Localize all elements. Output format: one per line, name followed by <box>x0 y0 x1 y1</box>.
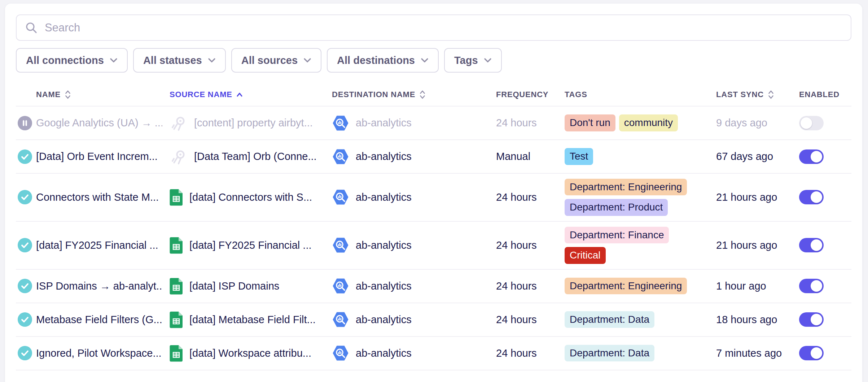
source-name: [Data Team] Orb (Conne... <box>194 151 317 162</box>
frequency-value: 24 hours <box>496 280 537 292</box>
enabled-cell <box>799 312 851 327</box>
source-cell: [data] Workspace attribu... <box>170 345 332 362</box>
frequency-value: 24 hours <box>496 314 537 326</box>
filter-label: All statuses <box>143 55 202 66</box>
column-header-name[interactable]: NAME <box>36 89 170 100</box>
tags-cell: Test <box>565 148 716 165</box>
tag-badge[interactable]: community <box>619 114 678 131</box>
enabled-toggle[interactable] <box>799 238 824 252</box>
column-label: ENABLED <box>799 90 839 99</box>
last-sync-value: 67 days ago <box>716 151 773 162</box>
destination-name: ab-analytics <box>356 280 412 292</box>
name-cell[interactable]: Connectors with State M... <box>36 191 170 203</box>
source-cell: [data] Metabase Field Filt... <box>170 311 332 328</box>
frequency-value: 24 hours <box>496 191 537 203</box>
table-row[interactable]: [data] FY2025 Financial ... [data] FY202… <box>16 222 851 270</box>
tags-cell: Department: Engineering <box>565 278 716 294</box>
connections-panel: All connections All statuses All sources… <box>5 4 862 382</box>
name-cell[interactable]: Metabase Field Filters (G... <box>36 314 170 326</box>
sheets-icon <box>170 278 183 295</box>
enabled-toggle[interactable] <box>799 149 824 164</box>
column-header-last_sync[interactable]: LAST SYNC <box>716 89 799 100</box>
frequency-cell: 24 hours <box>496 191 565 203</box>
column-header-frequency: FREQUENCY <box>496 90 565 99</box>
frequency-cell: 24 hours <box>496 117 565 129</box>
frequency-value: 24 hours <box>496 347 537 359</box>
tag-badge[interactable]: Department: Data <box>565 311 654 328</box>
last-sync-cell: 18 hours ago <box>716 314 799 326</box>
enabled-toggle[interactable] <box>799 190 824 204</box>
tag-badge[interactable]: Test <box>565 148 593 165</box>
column-label: FREQUENCY <box>496 90 548 99</box>
source-name: [data] ISP Domains <box>189 280 279 292</box>
column-header-source[interactable]: SOURCE NAME <box>170 89 332 100</box>
table-row[interactable]: Google Analytics (UA) → ... [content] pr… <box>16 107 851 140</box>
sheets-icon <box>170 189 183 206</box>
frequency-cell: 24 hours <box>496 280 565 292</box>
filter-all-statuses[interactable]: All statuses <box>133 48 226 73</box>
destination-cell: ab-analytics <box>332 115 496 131</box>
last-sync-cell: 9 days ago <box>716 117 799 129</box>
tag-badge[interactable]: Department: Data <box>565 345 654 361</box>
frequency-cell: 24 hours <box>496 347 565 359</box>
destination-name: ab-analytics <box>356 347 412 359</box>
check-icon <box>17 238 32 253</box>
table-row[interactable]: Ignored, Pilot Workspace... [data] Works… <box>16 337 851 370</box>
destination-name: ab-analytics <box>356 191 412 203</box>
tag-badge[interactable]: Department: Engineering <box>565 179 687 195</box>
bigquery-icon <box>332 189 349 205</box>
filter-all-destinations[interactable]: All destinations <box>327 48 439 73</box>
table-row[interactable]: Metabase Field Filters (G... [data] Meta… <box>16 303 851 337</box>
bigquery-icon <box>332 149 349 165</box>
table-row[interactable]: [Data] Orb Event Increm... [Data Team] O… <box>16 140 851 174</box>
filter-label: All connections <box>26 55 104 66</box>
name-cell[interactable]: [data] FY2025 Financial ... <box>36 239 170 251</box>
bigquery-icon <box>332 278 349 294</box>
sort-icon <box>64 89 71 100</box>
name-cell[interactable]: Ignored, Pilot Workspace... <box>36 347 170 359</box>
destination-cell: ab-analytics <box>332 312 496 327</box>
enabled-toggle[interactable] <box>799 116 824 130</box>
filter-all-connections[interactable]: All connections <box>16 48 128 73</box>
enabled-cell <box>799 190 851 204</box>
tag-badge[interactable]: Department: Engineering <box>565 278 687 294</box>
connection-name: Connectors with State M... <box>36 191 159 203</box>
name-cell[interactable]: ISP Domains → ab-analyt... <box>36 280 170 292</box>
last-sync-value: 7 minutes ago <box>716 347 782 359</box>
source-name: [data] Metabase Field Filt... <box>189 314 316 326</box>
tags-cell: Department: EngineeringDepartment: Produ… <box>565 179 716 216</box>
last-sync-value: 1 hour ago <box>716 280 766 292</box>
chevron-down-icon <box>110 58 118 63</box>
check-icon <box>17 190 32 205</box>
source-name: [data] Workspace attribu... <box>189 347 311 359</box>
toggle-knob <box>811 347 822 359</box>
last-sync-value: 21 hours ago <box>716 191 777 203</box>
tag-badge[interactable]: Critical <box>565 247 606 264</box>
source-name: [content] property airbyt... <box>194 117 313 129</box>
connection-name: [Data] Orb Event Increm... <box>36 151 158 162</box>
filter-tags[interactable]: Tags <box>444 48 502 73</box>
column-header-destination[interactable]: DESTINATION NAME <box>332 89 496 100</box>
column-label: LAST SYNC <box>716 90 764 99</box>
enabled-toggle[interactable] <box>799 279 824 293</box>
status-cell <box>16 190 36 205</box>
sort-icon <box>767 89 775 100</box>
name-cell[interactable]: Google Analytics (UA) → ... <box>36 117 170 129</box>
tag-badge[interactable]: Department: Product <box>565 199 668 216</box>
toggle-knob <box>811 151 822 162</box>
filter-all-sources[interactable]: All sources <box>231 48 321 73</box>
status-cell <box>16 346 36 361</box>
tag-badge[interactable]: Department: Finance <box>565 227 669 243</box>
table-row[interactable]: Connectors with State M... [data] Connec… <box>16 174 851 222</box>
column-label: SOURCE NAME <box>170 90 232 99</box>
table-row[interactable]: ISP Domains → ab-analyt... [data] ISP Do… <box>16 270 851 303</box>
name-cell[interactable]: [Data] Orb Event Increm... <box>36 151 170 162</box>
enabled-toggle[interactable] <box>799 312 824 327</box>
bigquery-icon <box>332 115 349 131</box>
toggle-knob <box>811 191 822 203</box>
enabled-toggle[interactable] <box>799 346 824 360</box>
search-input[interactable] <box>45 21 842 34</box>
tag-badge[interactable]: Don't run <box>565 114 615 131</box>
search-bar[interactable] <box>16 14 851 41</box>
last-sync-value: 9 days ago <box>716 117 767 129</box>
